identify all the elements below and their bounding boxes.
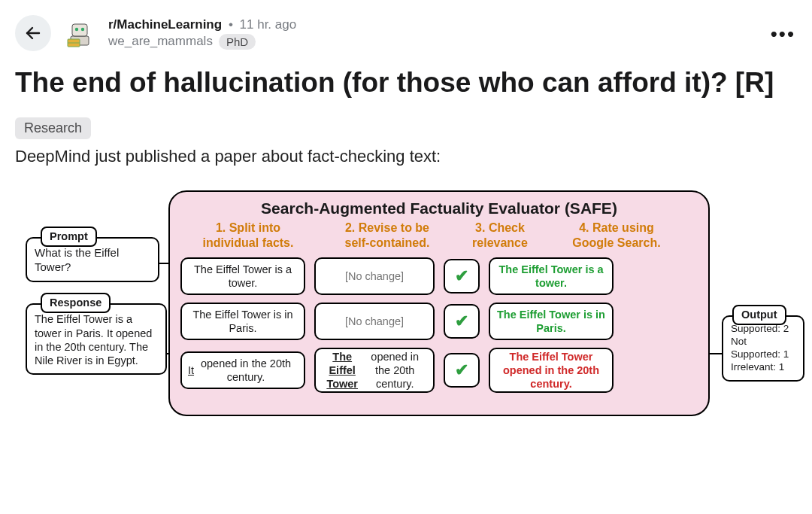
step-4-header: 4. Rate usingGoogle Search. <box>541 221 692 249</box>
rate-cell: The Eiffel Tower opened in the 20th cent… <box>489 348 614 393</box>
safe-row: The Eiffel Tower is in Paris. [No change… <box>180 303 698 340</box>
safe-row: The Eiffel Tower is a tower. [No change]… <box>180 257 698 295</box>
separator-dot: • <box>229 17 233 32</box>
safe-container: Search-Augmented Factuality Evaluator (S… <box>168 190 710 416</box>
subreddit-link[interactable]: r/MachineLearning <box>108 17 222 32</box>
response-label: Response <box>41 293 111 312</box>
author-flair: PhD <box>219 34 256 50</box>
back-button[interactable] <box>15 15 51 51</box>
output-label: Output <box>732 305 786 324</box>
post-body-text: DeepMind just published a paper about fa… <box>15 147 797 166</box>
revise-cell: [No change] <box>314 257 435 295</box>
safe-diagram: Search-Augmented Factuality Evaluator (S… <box>18 180 794 421</box>
safe-title: Search-Augmented Factuality Evaluator (S… <box>180 199 698 217</box>
step-2-header: 2. Revise to beself-contained. <box>316 221 459 249</box>
author-link[interactable]: we_are_mammals <box>108 34 213 49</box>
arrow-left-icon <box>24 24 42 42</box>
robot-icon <box>63 17 96 50</box>
meta-top-line: r/MachineLearning • 11 hr. ago <box>108 17 296 32</box>
output-line-2: Not Supported: 1 <box>731 336 795 361</box>
rate-cell: The Eiffel Tower is a tower. <box>489 257 614 295</box>
prompt-label: Prompt <box>41 227 97 246</box>
prompt-text: What is the Eiffel Tower? <box>35 246 150 275</box>
safe-row: It opened in the 20th century. The Eiffe… <box>180 348 698 393</box>
svg-rect-2 <box>72 24 87 36</box>
fact-cell: The Eiffel Tower is a tower. <box>180 257 305 295</box>
prompt-block: Prompt What is the Eiffel Tower? <box>26 237 159 282</box>
post-age: 11 hr. ago <box>240 17 297 32</box>
fact-cell: It opened in the 20th century. <box>180 351 305 389</box>
revise-cell: [No change] <box>314 303 435 340</box>
check-cell: ✔ <box>444 353 480 388</box>
post-header: r/MachineLearning • 11 hr. ago we_are_ma… <box>0 0 812 59</box>
safe-rows: The Eiffel Tower is a tower. [No change]… <box>180 257 698 393</box>
more-options-button[interactable]: ••• <box>771 23 795 46</box>
output-line-1: Supported: 2 <box>731 323 795 336</box>
meta-bottom-line: we_are_mammals PhD <box>108 34 296 50</box>
post-title: The end of hallucination (for those who … <box>15 66 797 99</box>
step-1-header: 1. Split intoindividual facts. <box>180 221 316 249</box>
output-line-3: Irrelevant: 1 <box>731 361 795 374</box>
fact-cell: The Eiffel Tower is in Paris. <box>180 303 305 340</box>
response-text: The Eiffel Tower is a tower in Paris. It… <box>35 312 158 367</box>
check-cell: ✔ <box>444 304 480 339</box>
subreddit-avatar[interactable] <box>62 15 98 51</box>
step-3-header: 3. Checkrelevance <box>459 221 541 249</box>
post-link-flair[interactable]: Research <box>15 117 91 139</box>
ellipsis-icon: ••• <box>771 23 795 45</box>
connector-line <box>708 353 723 354</box>
rate-cell: The Eiffel Tower is in Paris. <box>489 303 614 340</box>
svg-point-3 <box>75 28 78 31</box>
revise-cell: The Eiffel Tower opened in the 20th cent… <box>314 348 435 393</box>
output-block: Output Supported: 2 Not Supported: 1 Irr… <box>722 315 804 382</box>
check-cell: ✔ <box>444 259 480 293</box>
post-meta: r/MachineLearning • 11 hr. ago we_are_ma… <box>108 17 296 50</box>
response-block: Response The Eiffel Tower is a tower in … <box>26 303 167 375</box>
safe-step-headers: 1. Split intoindividual facts. 2. Revise… <box>180 221 698 249</box>
svg-point-4 <box>81 28 84 31</box>
